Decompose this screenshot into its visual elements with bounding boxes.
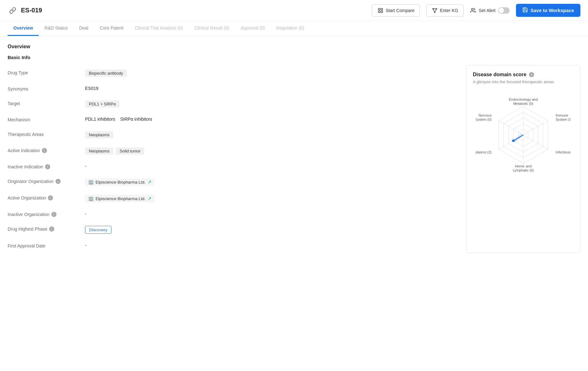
radar-label-immune: Immune xyxy=(556,113,568,117)
tab-deal[interactable]: Deal xyxy=(73,21,94,36)
tab-approval[interactable]: Approval (0) xyxy=(235,21,270,36)
drug-highest-phase-tag: Discovery xyxy=(85,226,111,234)
first-approval-date-value: - xyxy=(85,243,456,248)
mechanism-label: Mechanism xyxy=(8,117,77,122)
target-row: Target PDL1 + SIRPα xyxy=(8,96,456,112)
tab-core-patent[interactable]: Core Patent xyxy=(94,21,129,36)
inactive-indication-label: Inactive Indication i xyxy=(8,164,77,169)
set-alert-icon xyxy=(470,7,476,14)
enter-kg-button[interactable]: Enter KG xyxy=(426,4,464,17)
org-icon-1: 🏢 xyxy=(88,179,94,185)
svg-rect-1 xyxy=(381,8,383,10)
enter-kg-icon xyxy=(432,7,438,14)
start-compare-icon xyxy=(377,7,384,14)
radar-label-nervous: Nervous xyxy=(479,113,492,117)
active-indication-row: Active Indication i Neoplasms Solid tumo… xyxy=(8,143,456,159)
inactive-indication-row: Inactive Indication i - xyxy=(8,159,456,174)
originator-org-info-icon[interactable]: i xyxy=(56,179,61,184)
basic-info-title: Basic Info xyxy=(8,55,580,60)
therapeutic-areas-row: Therapeutic Areas Neoplasms xyxy=(8,127,456,143)
svg-point-5 xyxy=(436,8,437,9)
svg-point-4 xyxy=(433,8,433,9)
drug-type-value: Bispecific antibody xyxy=(85,70,456,77)
org-icon-2: 🏢 xyxy=(88,196,94,201)
therapeutic-areas-label: Therapeutic Areas xyxy=(8,131,77,137)
inactive-indication-info-icon[interactable]: i xyxy=(45,164,50,169)
tab-overview[interactable]: Overview xyxy=(8,21,39,36)
therapeutic-areas-tag[interactable]: Neoplasms xyxy=(85,131,113,138)
drug-type-row: Drug Type Bispecific antibody xyxy=(8,65,456,81)
svg-rect-2 xyxy=(381,11,383,12)
originator-org-value: 🏢 Elpiscience Biopharma Ltd. ↗ xyxy=(85,178,456,186)
drug-type-label: Drug Type xyxy=(8,70,77,75)
synonyms-label: Synonyms xyxy=(8,86,77,91)
header-logo-area: ES-019 xyxy=(8,5,367,16)
active-org-info-icon[interactable]: i xyxy=(48,195,53,200)
originator-org-arrow: ↗ xyxy=(148,179,151,185)
main-content: Overview Basic Info Drug Type Bispecific… xyxy=(0,36,588,260)
active-indication-label: Active Indication i xyxy=(8,147,77,153)
set-alert-label: Set Alert xyxy=(479,8,496,13)
originator-org-label: Originator Organization i xyxy=(8,178,77,184)
tab-clinical-trial[interactable]: Clinical Trial Analysis (0) xyxy=(129,21,189,36)
therapeutic-areas-value: Neoplasms xyxy=(85,131,456,138)
start-compare-button[interactable]: Start Compare xyxy=(372,4,420,17)
clip-icon xyxy=(8,5,18,16)
enter-kg-label: Enter KG xyxy=(440,8,458,13)
synonyms-value: ES019 xyxy=(85,86,456,91)
tab-regulation[interactable]: Regulation (0) xyxy=(271,21,310,36)
set-alert-toggle[interactable] xyxy=(498,7,510,14)
active-indication-info-icon[interactable]: i xyxy=(42,148,47,153)
svg-line-17 xyxy=(523,121,548,135)
active-indication-tag-1[interactable]: Neoplasms xyxy=(85,147,113,155)
svg-rect-0 xyxy=(378,8,380,10)
disease-domain-subtitle: A glimpse into the focused therapeutic a… xyxy=(473,79,574,84)
svg-line-18 xyxy=(523,135,548,149)
inactive-indication-value: - xyxy=(85,164,456,169)
drug-highest-phase-row: Drug Highest Phase i Discovery xyxy=(8,221,456,238)
save-to-workspace-button[interactable]: Save to Workspace xyxy=(516,4,580,17)
disease-domain-title: Disease domain score i xyxy=(473,72,574,78)
tab-rd-status[interactable]: R&D Status xyxy=(39,21,73,36)
active-org-row: Active Organization i 🏢 Elpiscience Biop… xyxy=(8,190,456,207)
active-org-arrow: ↗ xyxy=(148,196,151,201)
tab-clinical-result[interactable]: Clinical Result (0) xyxy=(189,21,235,36)
overview-section-title: Overview xyxy=(8,44,580,50)
drug-highest-phase-info-icon[interactable]: i xyxy=(49,226,54,232)
originator-org-row: Originator Organization i 🏢 Elpiscience … xyxy=(8,174,456,190)
svg-point-10 xyxy=(472,8,473,10)
originator-org-link[interactable]: 🏢 Elpiscience Biopharma Ltd. ↗ xyxy=(85,178,155,186)
svg-line-21 xyxy=(499,121,523,135)
svg-point-6 xyxy=(434,11,435,12)
svg-text:System (0): System (0) xyxy=(556,118,571,121)
active-indication-tag-2[interactable]: Solid tumor xyxy=(116,147,144,155)
radar-chart: Endocrinology and Metabolic (0) Immune S… xyxy=(476,94,571,176)
target-label: Target xyxy=(8,100,77,106)
disease-domain-title-text: Disease domain score xyxy=(473,72,526,78)
inactive-org-info-icon[interactable]: i xyxy=(51,212,56,217)
active-org-link[interactable]: 🏢 Elpiscience Biopharma Ltd. ↗ xyxy=(85,195,155,202)
disease-domain-info-icon[interactable]: i xyxy=(529,72,534,77)
first-approval-date-label: First Approval Date xyxy=(8,243,77,248)
svg-rect-3 xyxy=(378,11,380,12)
header: ES-019 Start Compare xyxy=(0,0,588,21)
svg-line-9 xyxy=(435,9,436,12)
inactive-org-value: - xyxy=(85,211,456,216)
drug-highest-phase-label: Drug Highest Phase i xyxy=(8,226,77,232)
mechanism-item-1: PDL1 inhibitors xyxy=(85,117,115,122)
inactive-org-row: Inactive Organization i - xyxy=(8,207,456,221)
active-org-label: Active Organization i xyxy=(8,195,77,200)
target-tag[interactable]: PDL1 + SIRPα xyxy=(85,100,120,108)
drug-highest-phase-value: Discovery xyxy=(85,226,456,234)
active-org-value: 🏢 Elpiscience Biopharma Ltd. ↗ xyxy=(85,195,456,202)
active-org-name: Elpiscience Biopharma Ltd. xyxy=(96,196,146,201)
disease-domain-card: Disease domain score i A glimpse into th… xyxy=(466,65,580,253)
inactive-org-label: Inactive Organization i xyxy=(8,211,77,217)
save-to-workspace-label: Save to Workspace xyxy=(531,8,574,13)
svg-text:Metabolic (0): Metabolic (0) xyxy=(513,102,533,105)
radar-label-hemic: Hemic and xyxy=(515,164,532,168)
radar-label-infectious: Infectious (0) xyxy=(556,150,571,154)
mechanism-value: PDL1 inhibitors SIRPα inhibitors xyxy=(85,117,456,122)
tabs: Overview R&D Status Deal Core Patent Cli… xyxy=(0,21,588,36)
svg-point-25 xyxy=(512,139,515,142)
